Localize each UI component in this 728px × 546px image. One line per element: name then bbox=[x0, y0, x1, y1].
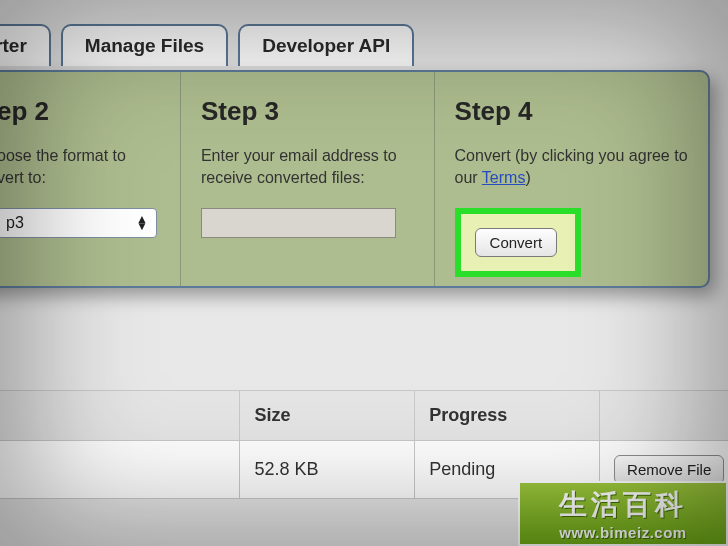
watermark: 生活百科 www.bimeiz.com bbox=[518, 481, 728, 546]
table-header-blank bbox=[0, 391, 240, 441]
cell-filename bbox=[0, 441, 240, 499]
email-input[interactable] bbox=[201, 208, 396, 238]
format-select-value: p3 bbox=[6, 214, 24, 232]
remove-file-button[interactable]: Remove File bbox=[614, 455, 724, 484]
chevron-updown-icon: ▲▼ bbox=[136, 216, 148, 230]
watermark-url: www.bimeiz.com bbox=[559, 524, 686, 541]
tab-bar: verter Manage Files Developer API bbox=[0, 24, 414, 66]
table-header-progress: Progress bbox=[415, 391, 600, 441]
tab-converter[interactable]: verter bbox=[0, 24, 51, 66]
tab-developer-api[interactable]: Developer API bbox=[238, 24, 414, 66]
tab-manage-files[interactable]: Manage Files bbox=[61, 24, 228, 66]
step-4: Step 4 Convert (by clicking you agree to… bbox=[435, 72, 708, 286]
table-header-action bbox=[600, 391, 728, 441]
step-3: Step 3 Enter your email address to recei… bbox=[181, 72, 435, 286]
watermark-cn: 生活百科 bbox=[559, 486, 687, 524]
step-4-desc: Convert (by clicking you agree to our Te… bbox=[455, 145, 688, 188]
steps-panel: ep 2 oose the format to vert to: p3 ▲▼ S… bbox=[0, 70, 710, 288]
step-2: ep 2 oose the format to vert to: p3 ▲▼ bbox=[0, 72, 181, 286]
terms-link[interactable]: Terms bbox=[482, 169, 526, 186]
convert-highlight: Convert bbox=[455, 208, 582, 277]
step-3-title: Step 3 bbox=[201, 96, 414, 127]
convert-button[interactable]: Convert bbox=[475, 228, 558, 257]
step-4-title: Step 4 bbox=[455, 96, 688, 127]
table-header-size: Size bbox=[240, 391, 415, 441]
step-3-desc: Enter your email address to receive conv… bbox=[201, 145, 414, 188]
step-2-desc: oose the format to vert to: bbox=[0, 145, 160, 188]
cell-size: 52.8 KB bbox=[240, 441, 415, 499]
format-select[interactable]: p3 ▲▼ bbox=[0, 208, 157, 238]
step-2-title: ep 2 bbox=[0, 96, 160, 127]
